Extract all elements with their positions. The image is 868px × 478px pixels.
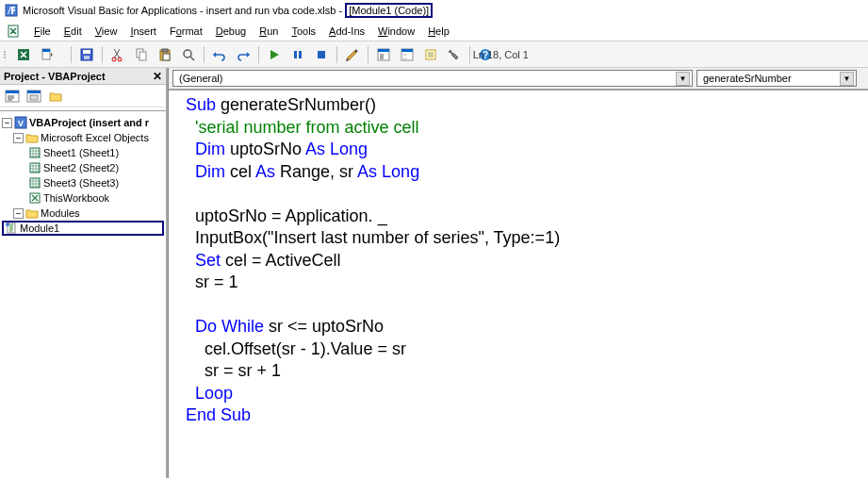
svg-rect-14 — [163, 54, 170, 60]
toolbox-button[interactable] — [443, 44, 466, 65]
svg-rect-24 — [401, 58, 407, 59]
design-mode-button[interactable] — [341, 44, 364, 65]
svg-rect-32 — [30, 95, 38, 100]
svg-rect-6 — [83, 50, 90, 54]
run-button[interactable] — [263, 44, 286, 65]
break-button[interactable] — [287, 44, 309, 65]
chevron-down-icon: ▼ — [840, 72, 854, 86]
svg-point-15 — [184, 50, 191, 58]
menu-insert[interactable]: Insert — [124, 24, 162, 39]
svg-rect-29 — [6, 91, 19, 93]
collapse-icon[interactable]: − — [13, 208, 24, 219]
menu-format[interactable]: Format — [164, 24, 208, 39]
tree-thisworkbook[interactable]: ThisWorkbook — [2, 190, 164, 206]
reset-button[interactable] — [310, 44, 333, 65]
tree-root-label: VBAProject (insert and r — [29, 117, 149, 128]
svg-point-40 — [6, 223, 9, 226]
excel-doc-icon — [6, 24, 21, 39]
svg-rect-4 — [42, 49, 50, 52]
insert-module-button[interactable] — [36, 44, 58, 65]
workbook-icon — [28, 191, 41, 205]
menu-edit[interactable]: Edit — [58, 24, 88, 39]
toolbar: ? Ln 18, Col 1 — [0, 41, 868, 68]
svg-rect-11 — [139, 52, 146, 60]
menu-file[interactable]: File — [28, 24, 57, 39]
cut-button[interactable] — [106, 44, 129, 65]
menu-help[interactable]: Help — [422, 24, 455, 39]
worksheet-icon — [28, 146, 41, 159]
paste-button[interactable] — [154, 44, 176, 65]
menu-window[interactable]: Window — [372, 24, 420, 39]
procedure-dropdown[interactable]: generateSrNumber ▼ — [696, 70, 857, 87]
object-dropdown[interactable]: (General) ▼ — [172, 70, 693, 87]
svg-rect-22 — [401, 49, 413, 52]
menu-view[interactable]: View — [90, 24, 123, 39]
project-explorer-title: Project - VBAProject ✕ — [0, 68, 166, 85]
module-icon — [5, 222, 18, 235]
worksheet-icon — [28, 176, 41, 190]
main-area: Project - VBAProject ✕ − V VBAProject (i… — [0, 68, 868, 478]
svg-rect-17 — [299, 51, 302, 58]
svg-rect-7 — [84, 56, 90, 59]
svg-rect-35 — [30, 148, 40, 157]
collapse-icon[interactable]: − — [2, 118, 12, 128]
tree-sheet2[interactable]: Sheet2 (Sheet2) — [2, 160, 164, 175]
close-panel-button[interactable]: ✕ — [151, 70, 164, 83]
tree-excel-objects[interactable]: − Microsoft Excel Objects — [2, 130, 164, 145]
code-area: (General) ▼ generateSrNumber ▼ Sub gener… — [168, 68, 868, 478]
tree-modules-folder[interactable]: − Modules — [2, 206, 164, 221]
project-explorer-button[interactable] — [372, 44, 395, 65]
redo-button[interactable] — [232, 44, 254, 65]
code-editor[interactable]: Sub generateSrNumber() 'serial number fr… — [169, 89, 868, 478]
collapse-icon[interactable]: − — [13, 133, 24, 143]
svg-rect-13 — [162, 49, 168, 52]
folder-icon — [25, 206, 39, 220]
project-toolbar — [0, 85, 166, 107]
svg-rect-36 — [30, 163, 40, 173]
svg-rect-20 — [378, 49, 389, 52]
svg-rect-16 — [294, 51, 297, 58]
vba-app-icon — [4, 3, 19, 18]
svg-rect-18 — [318, 51, 325, 58]
menu-debug[interactable]: Debug — [210, 24, 252, 39]
view-object-button[interactable] — [24, 87, 44, 106]
title-bar: Microsoft Visual Basic for Applications … — [0, 0, 868, 21]
tree-sheet1[interactable]: Sheet1 (Sheet1) — [2, 145, 164, 160]
chevron-down-icon: ▼ — [676, 72, 690, 86]
folder-icon — [25, 131, 39, 144]
title-module-highlight: [Module1 (Code)] — [345, 3, 433, 18]
menu-addins[interactable]: Add-Ins — [323, 24, 370, 39]
code-dropdowns: (General) ▼ generateSrNumber ▼ — [169, 68, 868, 89]
toggle-folders-button[interactable] — [45, 87, 66, 106]
toolbar-grip[interactable] — [4, 44, 9, 65]
tree-sheet3[interactable]: Sheet3 (Sheet3) — [2, 175, 164, 190]
find-button[interactable] — [177, 44, 200, 65]
svg-rect-23 — [401, 54, 407, 56]
project-explorer-panel: Project - VBAProject ✕ − V VBAProject (i… — [0, 68, 168, 478]
svg-rect-37 — [30, 178, 40, 188]
view-code-button[interactable] — [2, 87, 23, 106]
properties-window-button[interactable] — [396, 44, 418, 65]
project-tree: − V VBAProject (insert and r − Microsoft… — [0, 111, 166, 239]
menu-bar: File Edit View Insert Format Debug Run T… — [0, 21, 868, 41]
cursor-position-status: Ln 18, Col 1 — [473, 49, 529, 60]
svg-text:V: V — [18, 119, 24, 128]
view-excel-button[interactable] — [12, 44, 35, 65]
undo-button[interactable] — [208, 44, 231, 65]
tree-root[interactable]: − V VBAProject (insert and r — [2, 115, 164, 130]
svg-rect-31 — [27, 91, 41, 93]
vbaproject-icon: V — [14, 116, 27, 129]
tree-module1[interactable]: Module1 — [2, 221, 164, 236]
menu-tools[interactable]: Tools — [286, 24, 321, 39]
menu-run[interactable]: Run — [254, 24, 284, 39]
save-button[interactable] — [75, 44, 98, 65]
copy-button[interactable] — [130, 44, 153, 65]
worksheet-icon — [28, 161, 41, 174]
object-browser-button[interactable] — [419, 44, 442, 65]
window-title: Microsoft Visual Basic for Applications … — [23, 5, 433, 16]
